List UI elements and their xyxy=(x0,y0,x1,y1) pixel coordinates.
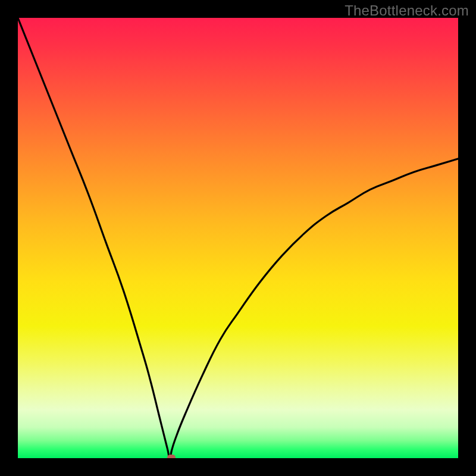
chart-root: TheBottleneck.com xyxy=(0,0,476,476)
plot-area xyxy=(18,18,458,458)
optimal-point-marker xyxy=(167,455,176,458)
bottleneck-curve xyxy=(18,18,458,458)
watermark-text: TheBottleneck.com xyxy=(345,2,469,19)
